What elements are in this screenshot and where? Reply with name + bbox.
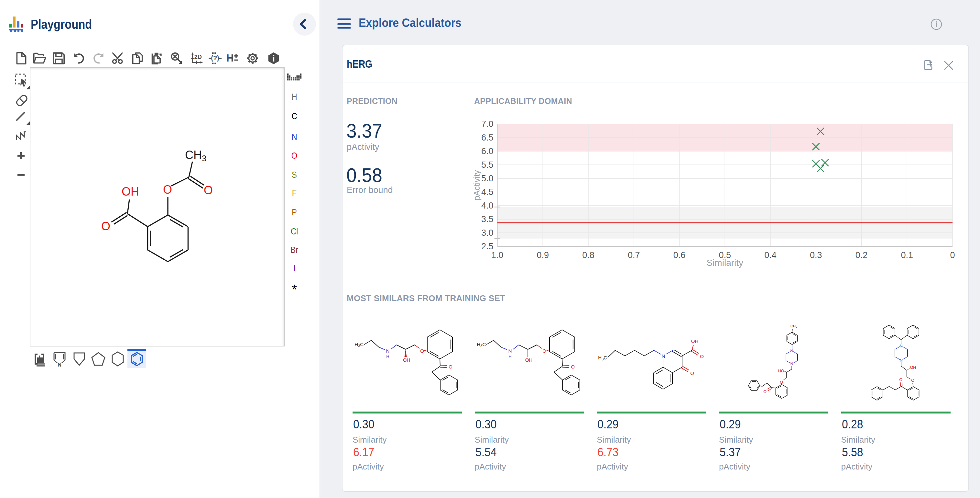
- svg-text:O: O: [101, 220, 110, 233]
- svg-text:OH: OH: [403, 357, 410, 363]
- svg-text:O: O: [571, 364, 575, 369]
- svg-text:O: O: [449, 364, 452, 369]
- svg-text:0.8: 0.8: [582, 250, 595, 260]
- svg-text:CH3: CH3: [791, 324, 797, 329]
- svg-text:5.0: 5.0: [481, 174, 493, 183]
- svg-text:0.7: 0.7: [628, 250, 640, 260]
- svg-text:0.6: 0.6: [673, 250, 686, 260]
- svg-text:O: O: [420, 348, 424, 354]
- svg-text:N: N: [386, 348, 390, 354]
- svg-text:(?): (?): [211, 54, 219, 62]
- svg-text:0.2: 0.2: [856, 250, 868, 260]
- svg-text:N: N: [662, 353, 665, 359]
- svg-text:O: O: [163, 183, 172, 196]
- svg-text:H3C: H3C: [598, 355, 607, 361]
- svg-text:H3C: H3C: [355, 342, 364, 348]
- svg-text:O: O: [763, 389, 767, 394]
- svg-text:1.0: 1.0: [491, 250, 504, 260]
- svg-text:6.0: 6.0: [481, 146, 493, 156]
- svg-text:CH3: CH3: [185, 148, 206, 163]
- svg-text:N: N: [899, 344, 902, 348]
- svg-text:4.5: 4.5: [481, 187, 493, 197]
- svg-text:0.9: 0.9: [536, 250, 549, 260]
- svg-text:0.4: 0.4: [764, 250, 776, 260]
- svg-text:N: N: [790, 349, 793, 353]
- svg-text:O: O: [780, 380, 783, 385]
- svg-text:H: H: [386, 354, 389, 359]
- svg-text:7.0: 7.0: [481, 119, 493, 129]
- svg-text:HO: HO: [778, 369, 784, 374]
- svg-text:O: O: [542, 348, 546, 354]
- svg-text:O: O: [899, 378, 902, 382]
- svg-text:H: H: [226, 53, 234, 64]
- svg-text:H: H: [508, 354, 511, 359]
- svg-text:H3C: H3C: [477, 342, 486, 348]
- svg-text:OH: OH: [122, 185, 139, 198]
- svg-text:0.3: 0.3: [810, 250, 822, 260]
- svg-text:O: O: [911, 378, 914, 383]
- svg-text:OH: OH: [910, 365, 916, 370]
- svg-text:3.0: 3.0: [481, 228, 493, 238]
- svg-text:O: O: [204, 184, 213, 197]
- svg-text:2D: 2D: [194, 54, 202, 60]
- svg-text:N: N: [899, 358, 902, 363]
- svg-text:OH: OH: [691, 338, 698, 344]
- svg-text:N: N: [57, 362, 62, 367]
- svg-text:N: N: [508, 348, 512, 354]
- svg-text:O: O: [690, 370, 694, 376]
- svg-text:pActivity: pActivity: [472, 170, 481, 200]
- svg-text:6.5: 6.5: [481, 133, 493, 142]
- svg-text:0.1: 0.1: [901, 250, 913, 260]
- svg-text:Similarity: Similarity: [706, 258, 743, 268]
- svg-text:OH: OH: [525, 357, 532, 363]
- svg-text:5.5: 5.5: [481, 160, 493, 170]
- svg-text:0: 0: [950, 250, 955, 260]
- svg-text:N: N: [790, 362, 793, 366]
- svg-text:4.0: 4.0: [481, 201, 493, 211]
- svg-text:2.5: 2.5: [481, 241, 493, 251]
- svg-text:3.5: 3.5: [481, 214, 493, 224]
- svg-text:O: O: [700, 354, 704, 359]
